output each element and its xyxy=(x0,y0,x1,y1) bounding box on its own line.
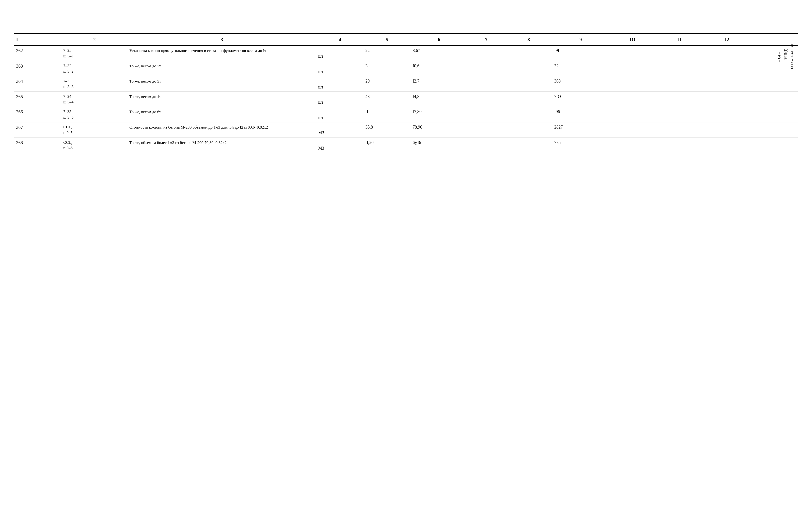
cell-row-365-col2: 7–34ш.3–4 xyxy=(61,91,128,107)
cell-row-366-col4: шт xyxy=(316,107,363,123)
cell-row-366-col2: 7–35ш.3–5 xyxy=(61,107,128,123)
cell-row-362-col1: 362 xyxy=(14,45,61,61)
cell-row-364-col3: То же, весом до 3т xyxy=(128,76,316,92)
cell-row-363-col1: 363 xyxy=(14,61,61,76)
header-col9: 9 xyxy=(552,34,609,45)
sidebar-mid-label: УШ(I) xyxy=(783,43,789,59)
table-row: 3627–3Iш.3–IУстановка колонн прямоугольн… xyxy=(14,45,798,61)
cell-row-368-col7 xyxy=(467,138,505,153)
cell-row-364-col12 xyxy=(704,76,751,92)
cell-row-365-col8 xyxy=(505,91,552,107)
cell-spacer xyxy=(751,138,798,153)
cell-row-365-col4: шт xyxy=(316,91,363,107)
header-col6: 6 xyxy=(411,34,467,45)
cell-row-368-col5: II,20 xyxy=(363,138,411,153)
cell-row-363-col7 xyxy=(467,61,505,76)
cell-row-364-col5: 29 xyxy=(363,76,411,92)
cell-row-367-col1: 367 xyxy=(14,122,61,138)
sidebar-page-label: – 64 – xyxy=(776,43,782,62)
cell-row-362-col11 xyxy=(656,45,704,61)
cell-row-362-col12 xyxy=(704,45,751,61)
header-col4: 4 xyxy=(316,34,363,45)
cell-row-366-col11 xyxy=(656,107,704,123)
cell-row-367-col3: Стоимость ко-лонн из бетона М-200 объемо… xyxy=(128,122,316,138)
cell-row-365-col7 xyxy=(467,91,505,107)
cell-row-366-col3: То же, весом до 6т xyxy=(128,107,316,123)
cell-row-364-col10 xyxy=(609,76,656,92)
cell-row-367-col12 xyxy=(704,122,751,138)
cell-row-363-col2: 7–32ш.3–2 xyxy=(61,61,128,76)
table-row: 3657–34ш.3–4То же, весом до 4тшт48I4,87I… xyxy=(14,91,798,107)
cell-row-367-col4: М3 xyxy=(316,122,363,138)
cell-row-363-col5: 3 xyxy=(363,61,411,76)
cell-row-364-col4: шт xyxy=(316,76,363,92)
cell-row-362-col10 xyxy=(609,45,656,61)
cell-row-366-col12 xyxy=(704,107,751,123)
cell-row-363-col6: I0,6 xyxy=(411,61,467,76)
cell-row-366-col7 xyxy=(467,107,505,123)
cell-row-362-col6: 8,67 xyxy=(411,45,467,61)
cell-row-366-col8 xyxy=(505,107,552,123)
cell-row-365-col1: 365 xyxy=(14,91,61,107)
cell-row-364-col11 xyxy=(656,76,704,92)
cell-row-363-col4: шт xyxy=(316,61,363,76)
header-col11: II xyxy=(656,34,704,45)
header-col10: IO xyxy=(609,34,656,45)
cell-row-367-col7 xyxy=(467,122,505,138)
cell-row-364-col6: I2,7 xyxy=(411,76,467,92)
header-col5: 5 xyxy=(363,34,411,45)
cell-row-364-col1: 364 xyxy=(14,76,61,92)
cell-row-368-col9: 775 xyxy=(552,138,609,153)
cell-row-362-col4: шт xyxy=(316,45,363,61)
cell-row-368-col10 xyxy=(609,138,656,153)
cell-row-362-col2: 7–3Iш.3–I xyxy=(61,45,128,61)
table-body: 3627–3Iш.3–IУстановка колонн прямоугольн… xyxy=(14,45,798,153)
cell-row-363-col9: 32 xyxy=(552,61,609,76)
cell-row-367-col2: ССЦп.9–5 xyxy=(61,122,128,138)
cell-row-364-col2: 7–33ш.3–3 xyxy=(61,76,128,92)
cell-row-365-col10 xyxy=(609,91,656,107)
cell-row-368-col4: М3 xyxy=(316,138,363,153)
cell-spacer xyxy=(751,76,798,92)
cell-row-363-col3: То же, весом до 2т xyxy=(128,61,316,76)
cell-row-362-col5: 22 xyxy=(363,45,411,61)
cell-row-366-col1: 366 xyxy=(14,107,61,123)
cell-row-368-col6: 6у,I6 xyxy=(411,138,467,153)
cell-row-362-col8 xyxy=(505,45,552,61)
cell-row-368-col11 xyxy=(656,138,704,153)
cell-row-367-col5: 35,8 xyxy=(363,122,411,138)
cell-row-365-col12 xyxy=(704,91,751,107)
header-col1: I xyxy=(14,34,61,45)
table-wrapper: I 2 3 4 5 6 7 8 9 IO II I2 3627–3Iш.3–IУ… xyxy=(14,33,798,153)
cell-row-364-col9: 368 xyxy=(552,76,609,92)
cell-row-366-col10 xyxy=(609,107,656,123)
sidebar-top-label: БОЗ – 1-41С.86 xyxy=(789,43,795,69)
cell-row-366-col5: II xyxy=(363,107,411,123)
cell-row-367-col9: 2827 xyxy=(552,122,609,138)
cell-row-368-col12 xyxy=(704,138,751,153)
cell-row-364-col7 xyxy=(467,76,505,92)
header-col3: 3 xyxy=(128,34,316,45)
cell-row-363-col12 xyxy=(704,61,751,76)
cell-row-368-col1: 368 xyxy=(14,138,61,153)
cell-row-368-col3: То же, объемом более 1м3 из бетона М-200… xyxy=(128,138,316,153)
cell-row-364-col8 xyxy=(505,76,552,92)
cell-row-363-col10 xyxy=(609,61,656,76)
cell-row-367-col6: 78,96 xyxy=(411,122,467,138)
cell-row-362-col9: I9I xyxy=(552,45,609,61)
cell-row-367-col8 xyxy=(505,122,552,138)
cell-row-362-col7 xyxy=(467,45,505,61)
cell-spacer xyxy=(751,107,798,123)
cell-row-366-col9: I96 xyxy=(552,107,609,123)
table-row: 3647–33ш.3–3То же, весом до 3тшт29I2,736… xyxy=(14,76,798,92)
cell-row-368-col8 xyxy=(505,138,552,153)
cell-row-363-col11 xyxy=(656,61,704,76)
cell-row-365-col9: 7IO xyxy=(552,91,609,107)
table-row: 3667–35ш.3–5То же, весом до 6тштIII7,80I… xyxy=(14,107,798,123)
cell-row-368-col2: ССЦп.9–6 xyxy=(61,138,128,153)
header-col2: 2 xyxy=(61,34,128,45)
header-col12: I2 xyxy=(704,34,751,45)
cell-row-365-col3: То же, весом до 4т xyxy=(128,91,316,107)
cell-row-365-col5: 48 xyxy=(363,91,411,107)
table-row: 367ССЦп.9–5Стоимость ко-лонн из бетона М… xyxy=(14,122,798,138)
